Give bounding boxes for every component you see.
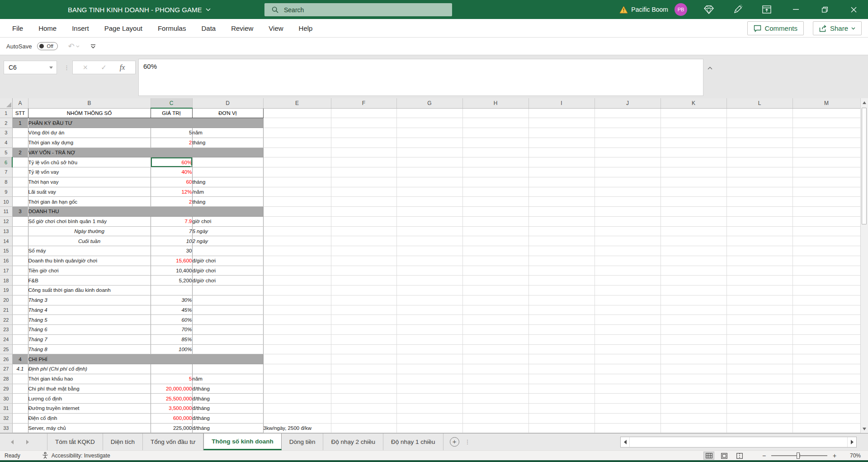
cell[interactable]	[594, 404, 660, 414]
cell[interactable]: 30	[151, 246, 192, 256]
cell[interactable]: GIÁ TRỊ	[151, 108, 192, 118]
cell[interactable]	[396, 325, 462, 335]
cell[interactable]	[793, 286, 860, 295]
cell[interactable]: tháng	[192, 197, 263, 207]
cell[interactable]	[660, 108, 726, 118]
undo-button[interactable]: ↶	[68, 43, 79, 50]
cell[interactable]	[726, 344, 793, 354]
cell[interactable]	[726, 167, 793, 177]
cell[interactable]: 40%	[151, 167, 192, 177]
cell[interactable]: 5	[151, 128, 192, 138]
cell[interactable]	[594, 197, 660, 207]
restore-button[interactable]	[810, 0, 839, 19]
cell[interactable]	[331, 197, 396, 207]
cell[interactable]	[192, 295, 263, 305]
cell[interactable]: 20,000,000	[151, 384, 192, 394]
premium-diamond-icon[interactable]	[694, 0, 723, 19]
fill-handle[interactable]	[191, 166, 193, 167]
cell[interactable]: 3,500,000	[151, 404, 192, 414]
cell[interactable]	[528, 334, 594, 344]
column-header-f[interactable]: F	[331, 98, 396, 108]
cell[interactable]	[263, 167, 331, 177]
cell[interactable]	[263, 197, 331, 207]
zoom-level[interactable]: 70%	[843, 452, 861, 459]
row-header-16[interactable]: 16	[0, 256, 12, 266]
cell[interactable]: đ/tháng	[192, 384, 263, 394]
cell[interactable]	[12, 167, 28, 177]
cell[interactable]: Tiền giờ chơi	[28, 266, 151, 276]
cell[interactable]	[462, 404, 528, 414]
cell[interactable]	[726, 325, 793, 335]
cell[interactable]	[660, 295, 726, 305]
cell[interactable]	[462, 167, 528, 177]
cell[interactable]	[594, 256, 660, 266]
cell[interactable]	[263, 413, 331, 423]
name-box-dropdown-icon[interactable]	[49, 67, 53, 69]
cell[interactable]	[660, 128, 726, 138]
cell[interactable]	[793, 256, 860, 266]
cell[interactable]	[660, 246, 726, 256]
cell[interactable]	[594, 177, 660, 187]
cell[interactable]	[263, 315, 331, 325]
cell[interactable]	[660, 148, 726, 157]
cell[interactable]	[462, 246, 528, 256]
cell[interactable]	[594, 207, 660, 217]
cell[interactable]	[793, 276, 860, 286]
section-header-cell[interactable]: DOANH THU	[28, 207, 263, 217]
cell[interactable]	[462, 128, 528, 138]
cell[interactable]	[396, 148, 462, 157]
scroll-left-button[interactable]	[621, 437, 630, 447]
cell[interactable]	[396, 138, 462, 148]
cell[interactable]	[528, 197, 594, 207]
cell[interactable]: Định phí (Chi phí cố định)	[28, 364, 151, 374]
cell[interactable]: 7.9	[151, 216, 192, 226]
cell[interactable]	[726, 108, 793, 118]
cell[interactable]	[396, 216, 462, 226]
ribbon-tab-home[interactable]: Home	[31, 24, 64, 32]
cell[interactable]	[12, 413, 28, 423]
cell[interactable]	[396, 295, 462, 305]
cell[interactable]	[462, 295, 528, 305]
cell[interactable]	[594, 394, 660, 404]
cell[interactable]	[660, 364, 726, 374]
cell[interactable]	[793, 305, 860, 315]
cell[interactable]: Tỷ lệ vốn vay	[28, 167, 151, 177]
cell[interactable]	[726, 295, 793, 305]
cell[interactable]	[793, 423, 860, 433]
account-name[interactable]: Pacific Boom	[631, 0, 668, 19]
cell[interactable]	[12, 344, 28, 354]
cell[interactable]	[660, 177, 726, 187]
row-header-28[interactable]: 28	[0, 374, 12, 384]
cell[interactable]	[660, 315, 726, 325]
cell[interactable]	[594, 167, 660, 177]
cell[interactable]	[331, 216, 396, 226]
cell[interactable]	[12, 404, 28, 414]
cell[interactable]	[12, 315, 28, 325]
cell[interactable]	[396, 128, 462, 138]
scroll-up-button[interactable]	[861, 99, 868, 106]
ribbon-display-options-icon[interactable]	[752, 0, 781, 19]
cell[interactable]	[594, 325, 660, 335]
cell[interactable]	[594, 216, 660, 226]
cell[interactable]	[263, 207, 331, 217]
cell[interactable]	[462, 197, 528, 207]
cell[interactable]	[726, 276, 793, 286]
cell[interactable]	[396, 286, 462, 295]
section-header-cell[interactable]: VAY VỐN - TRẢ NỢ	[28, 148, 263, 157]
cell[interactable]	[263, 177, 331, 187]
cell[interactable]	[263, 394, 331, 404]
cell[interactable]	[793, 374, 860, 384]
cell[interactable]	[528, 256, 594, 266]
horizontal-scrollbar[interactable]	[620, 437, 857, 448]
cell[interactable]	[594, 374, 660, 384]
cell[interactable]	[726, 423, 793, 433]
cell[interactable]: 2	[12, 148, 28, 157]
collapse-formula-bar-button[interactable]	[708, 63, 712, 71]
column-header-h[interactable]: H	[462, 98, 528, 108]
insert-function-icon[interactable]: fx	[120, 63, 125, 71]
cell[interactable]	[793, 354, 860, 364]
cell[interactable]	[263, 128, 331, 138]
cell[interactable]	[594, 286, 660, 295]
cell[interactable]	[263, 256, 331, 266]
cell[interactable]	[462, 344, 528, 354]
